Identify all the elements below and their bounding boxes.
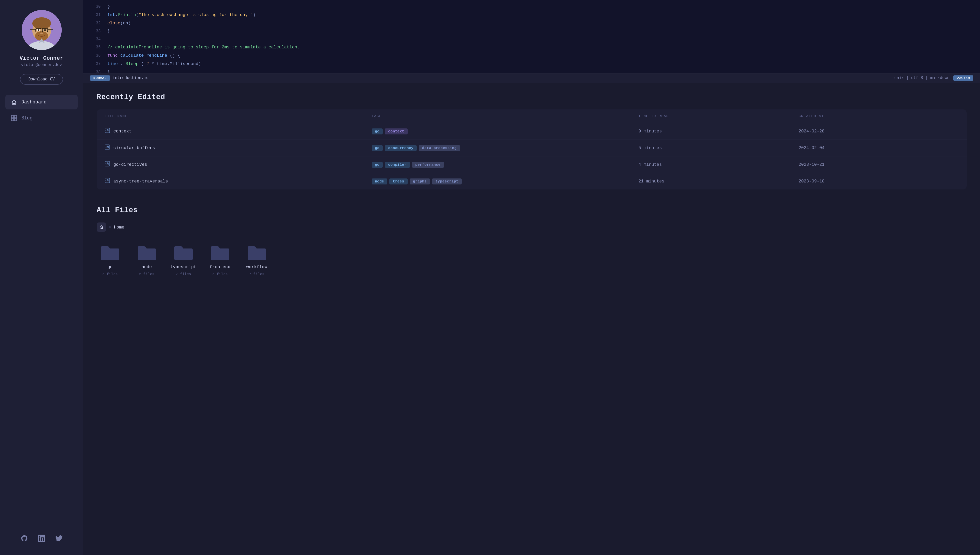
svg-rect-17 — [14, 115, 17, 118]
github-icon[interactable] — [20, 534, 29, 543]
tags-context: go context — [372, 128, 639, 135]
folder-icon-workflow — [245, 242, 269, 262]
table-row[interactable]: context go context 9 minutes 2024-02-28 — [97, 123, 967, 140]
time-directives: 4 minutes — [638, 162, 798, 167]
folder-icon-frontend — [208, 242, 232, 262]
sidebar-item-dashboard-label: Dashboard — [21, 99, 47, 105]
code-editor: 30 } 31 fmt.Println("The stock exchange … — [83, 0, 980, 73]
folder-workflow[interactable]: workflow 7 files — [243, 242, 270, 276]
filename-context: context — [114, 129, 132, 134]
tag-data-processing: data processing — [419, 145, 460, 151]
twitter-icon[interactable] — [54, 534, 64, 543]
folder-node[interactable]: node 2 files — [133, 242, 160, 276]
svg-point-2 — [32, 18, 51, 29]
tags-async: node trees graphs typescript — [372, 178, 639, 184]
time-context: 9 minutes — [638, 129, 798, 134]
file-cell-async: async-tree-traversals — [105, 178, 372, 185]
filename-directives: go-directives — [114, 162, 147, 167]
file-code-icon — [105, 178, 110, 185]
code-line-33: 33 } — [83, 27, 980, 36]
editor-mode: NORMAL — [90, 75, 110, 81]
date-async: 2023-09-10 — [799, 179, 959, 184]
table-header: FILE NAME TAGS TIME TO READ CREATED AT — [97, 109, 967, 123]
svg-rect-15 — [11, 115, 14, 118]
tag-graphs: graphs — [410, 178, 430, 184]
svg-line-24 — [107, 162, 108, 165]
code-lines: 30 } 31 fmt.Println("The stock exchange … — [83, 0, 980, 73]
table-row[interactable]: go-directives go compiler performance 4 … — [97, 156, 967, 173]
status-left: NORMAL introduction.md — [90, 75, 149, 81]
code-line-30: 30 } — [83, 3, 980, 11]
date-directives: 2023-10-21 — [799, 162, 959, 167]
svg-rect-16 — [11, 119, 14, 121]
folders-grid: go 5 files node 2 files — [97, 242, 967, 276]
table-row[interactable]: circular-buffers go concurrency data pro… — [97, 140, 967, 156]
file-cell-context: context — [105, 128, 372, 135]
file-code-icon — [105, 128, 110, 135]
sidebar: Victor Conner victor@conner.dev Download… — [0, 0, 83, 555]
time-circular: 5 minutes — [638, 146, 798, 151]
folder-icon-go — [98, 242, 122, 262]
encoding-info: unix | utf-8 | markdown — [894, 76, 950, 80]
main-content: 30 } 31 fmt.Println("The stock exchange … — [83, 0, 980, 555]
tags-circular: go concurrency data processing — [372, 145, 639, 151]
blog-icon — [11, 115, 18, 121]
col-tags: TAGS — [372, 114, 639, 118]
tag-go: go — [372, 162, 383, 168]
recently-edited-title: Recently Edited — [97, 93, 967, 101]
folder-name-typescript: typescript — [170, 265, 196, 269]
all-files-section: All Files > Home — [97, 206, 967, 276]
date-circular: 2024-02-04 — [799, 146, 959, 151]
folder-count-go: 5 files — [102, 272, 118, 276]
file-code-icon — [105, 161, 110, 168]
code-line-37: 37 time . Sleep ( 2 * time.Millisecond) — [83, 60, 980, 68]
tag-performance: performance — [412, 162, 444, 168]
breadcrumb-separator: > — [109, 225, 111, 230]
recently-edited-table: FILE NAME TAGS TIME TO READ CREATED AT — [97, 109, 967, 189]
folder-typescript[interactable]: typescript 7 files — [170, 242, 197, 276]
code-line-38: 38 } — [83, 68, 980, 73]
content-area[interactable]: Recently Edited FILE NAME TAGS TIME TO R… — [83, 83, 980, 555]
svg-rect-18 — [14, 119, 17, 121]
tag-typescript: typescript — [432, 178, 462, 184]
folder-frontend[interactable]: frontend 5 files — [207, 242, 233, 276]
avatar — [22, 10, 62, 50]
folder-count-frontend: 5 files — [212, 272, 228, 276]
code-line-34: 34 — [83, 36, 980, 43]
tags-directives: go compiler performance — [372, 162, 639, 168]
user-email: victor@conner.dev — [21, 63, 62, 67]
download-cv-button[interactable]: Download CV — [20, 74, 63, 85]
dashboard-icon — [11, 99, 18, 105]
file-cell-circular: circular-buffers — [105, 144, 372, 151]
table-row[interactable]: async-tree-traversals node trees graphs … — [97, 173, 967, 189]
date-context: 2024-02-28 — [799, 129, 959, 134]
code-line-35: 35 // calculateTrendLine is going to sle… — [83, 43, 980, 52]
svg-point-13 — [40, 33, 43, 34]
sidebar-nav: Dashboard Blog — [0, 95, 83, 127]
filename-circular: circular-buffers — [114, 146, 155, 151]
tag-context: context — [385, 128, 407, 135]
tag-node: node — [372, 178, 388, 184]
file-cell-directives: go-directives — [105, 161, 372, 168]
breadcrumb-home-button[interactable] — [97, 223, 106, 232]
breadcrumb: > Home — [97, 223, 967, 232]
svg-line-22 — [107, 146, 108, 148]
status-filename: introduction.md — [113, 76, 149, 80]
svg-line-20 — [107, 129, 108, 132]
col-time: TIME TO READ — [638, 114, 798, 118]
code-line-31: 31 fmt.Println("The stock exchange is cl… — [83, 11, 980, 19]
folder-name-node: node — [141, 265, 152, 269]
file-code-icon — [105, 144, 110, 151]
user-name: Victor Conner — [20, 55, 63, 61]
filename-async: async-tree-traversals — [114, 179, 168, 184]
tag-go: go — [372, 145, 383, 151]
sidebar-item-blog[interactable]: Blog — [5, 111, 78, 125]
status-bar: NORMAL introduction.md unix | utf-8 | ma… — [83, 73, 980, 83]
folder-name-frontend: frontend — [209, 265, 230, 269]
col-created: CREATED AT — [799, 114, 959, 118]
linkedin-icon[interactable] — [37, 534, 46, 543]
tag-concurrency: concurrency — [385, 145, 417, 151]
sidebar-item-dashboard[interactable]: Dashboard — [5, 95, 78, 109]
folder-count-typescript: 7 files — [176, 272, 191, 276]
folder-go[interactable]: go 5 files — [97, 242, 123, 276]
